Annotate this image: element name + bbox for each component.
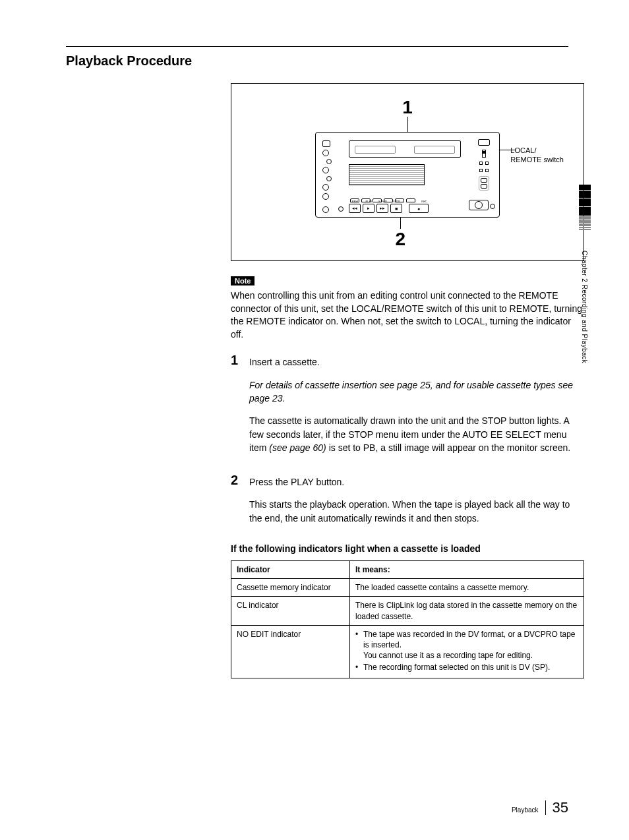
step-number: 1: [231, 353, 249, 464]
section-title: Playback Procedure: [66, 53, 568, 69]
table-row: Cassette memory indicator The loaded cas…: [231, 579, 584, 597]
device-diagram: 1 2 LOCAL/ REMOTE switch REW: [231, 83, 584, 261]
note-text: When controlling this unit from an editi…: [231, 289, 584, 341]
device-outline: REW PLAY F FWD STOP REC ◂◂▸▸▸■●: [315, 132, 500, 218]
page-number: 35: [553, 799, 568, 816]
footer-section-label: Playback: [512, 806, 539, 814]
step-1: 1 Insert a cassette. For details of cass…: [231, 353, 584, 464]
table-row: CL indicator There is ClipLink log data …: [231, 597, 584, 625]
table-row: NO EDIT indicator The tape was recorded …: [231, 625, 584, 678]
step-number: 2: [231, 473, 249, 534]
table-header: It means:: [350, 561, 584, 579]
step-lead: Insert a cassette.: [249, 355, 584, 369]
chapter-side-label: Chapter 2 Recording and Playback: [581, 251, 588, 363]
step-reference: For details of cassette insertion see pa…: [249, 378, 584, 405]
page-footer: Playback 35: [512, 799, 568, 816]
note-badge: Note: [231, 276, 255, 285]
step-body: The cassette is automatically drawn into…: [249, 414, 584, 454]
table-header: Indicator: [231, 561, 350, 579]
callout-one: 1: [402, 97, 413, 118]
indicator-table: Indicator It means: Cassette memory indi…: [231, 560, 584, 678]
callout-two: 2: [396, 229, 406, 250]
switch-label: LOCAL/ REMOTE switch: [510, 146, 564, 165]
step-body: This starts the playback operation. When…: [249, 498, 584, 525]
step-2: 2 Press the PLAY button. This starts the…: [231, 473, 584, 534]
step-lead: Press the PLAY button.: [249, 475, 584, 489]
table-subhead: If the following indicators light when a…: [231, 543, 584, 554]
chapter-tab-icon: [579, 185, 591, 231]
